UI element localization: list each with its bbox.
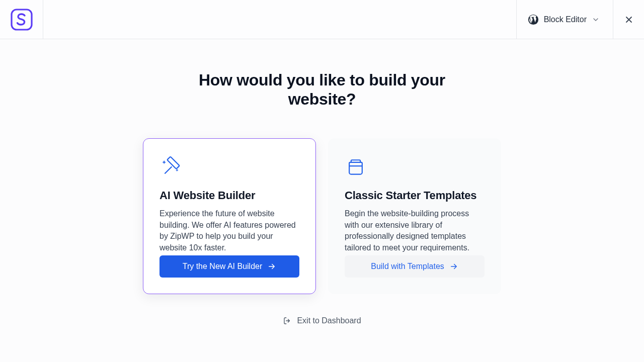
editor-select-label: Block Editor — [544, 15, 587, 24]
wordpress-icon — [528, 14, 539, 25]
option-cards: AI Website Builder Experience the future… — [143, 138, 501, 294]
magic-wand-icon — [159, 156, 299, 180]
try-ai-builder-button[interactable]: Try the New AI Builder — [159, 255, 299, 278]
starter-logo-icon — [11, 9, 33, 31]
templates-icon — [345, 156, 485, 180]
arrow-right-icon — [267, 262, 276, 271]
arrow-right-icon — [449, 262, 458, 271]
editor-select[interactable]: Block Editor — [516, 0, 613, 39]
exit-icon — [283, 316, 292, 325]
card-classic-templates[interactable]: Classic Starter Templates Begin the webs… — [328, 138, 501, 294]
close-icon — [624, 15, 634, 25]
svg-line-3 — [165, 167, 172, 173]
exit-to-dashboard-link[interactable]: Exit to Dashboard — [283, 316, 361, 325]
try-ai-builder-label: Try the New AI Builder — [183, 262, 263, 271]
page-heading: How would you like to build your website… — [191, 70, 453, 109]
chevron-down-icon — [592, 16, 600, 24]
card-ai-desc: Experience the future of website buildin… — [159, 208, 299, 254]
top-bar: Block Editor — [0, 0, 644, 39]
build-with-templates-label: Build with Templates — [371, 262, 444, 271]
card-classic-title: Classic Starter Templates — [345, 189, 485, 202]
app-logo — [0, 0, 43, 39]
card-ai-builder[interactable]: AI Website Builder Experience the future… — [143, 138, 316, 294]
card-classic-desc: Begin the website-building process with … — [345, 208, 485, 254]
close-button[interactable] — [613, 0, 644, 39]
main-content: How would you like to build your website… — [0, 39, 644, 325]
card-ai-title: AI Website Builder — [159, 189, 299, 202]
build-with-templates-button[interactable]: Build with Templates — [345, 255, 485, 278]
exit-to-dashboard-label: Exit to Dashboard — [297, 316, 361, 325]
svg-rect-2 — [167, 156, 180, 169]
